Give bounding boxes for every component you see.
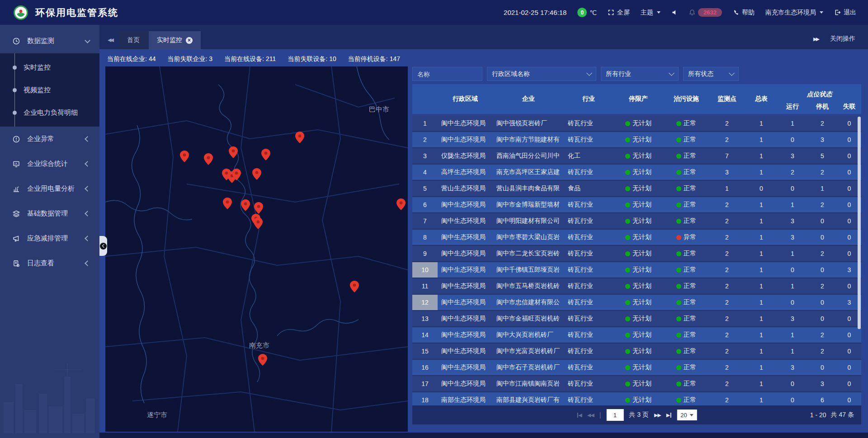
sidebar-item-emergency-reduction-management[interactable]: 应急减排管理 — [0, 226, 99, 251]
sidebar-item-enterprise-comprehensive-stats[interactable]: 企业综合统计 — [0, 151, 99, 176]
region-filter-select[interactable]: 行政区域名称 — [487, 67, 596, 81]
header-stop[interactable]: 停机 — [807, 99, 837, 114]
header-stop-limit[interactable]: 停限产 — [613, 84, 664, 114]
app-logo-icon — [14, 5, 28, 20]
sidebar-item-data-monitoring[interactable]: 数据监测 — [0, 28, 99, 53]
cell-industry: 砖瓦行业 — [564, 360, 613, 375]
table-row[interactable]: 5营山生态环境局营山县润丰肉食品有限食品无计划正常10010 — [412, 181, 861, 197]
notification-button[interactable]: 2632 — [689, 8, 722, 17]
map-pin-icon[interactable] — [252, 168, 261, 180]
map-pin-icon[interactable] — [254, 217, 263, 229]
tab-home[interactable]: 首页 — [119, 31, 148, 49]
map-pin-icon[interactable] — [180, 151, 189, 162]
map-pin-icon[interactable] — [229, 146, 238, 158]
table-row[interactable]: 15阆中生态环境局阆中市光富页岩机砖厂砖瓦行业无计划正常21120 — [412, 344, 861, 360]
map-panel[interactable]: 巴中市南充市遂宁市 — [105, 66, 408, 432]
table-row[interactable]: 2阆中生态环境局阆中市南方节能建材有砖瓦行业无计划正常21030 — [412, 132, 861, 148]
table-row[interactable]: 8阆中生态环境局阆中市枣碧大梁山页岩砖瓦行业无计划异常21300 — [412, 230, 861, 246]
speaker-button[interactable] — [671, 9, 678, 16]
table-row[interactable]: 10阆中生态环境局阆中千佛镇五郎垭页岩砖瓦行业无计划正常21003 — [412, 262, 861, 278]
table-row[interactable]: 11阆中生态环境局阆中市五马桥页岩机砖砖瓦行业无计划正常21120 — [412, 278, 861, 295]
table-row[interactable]: 4高坪生态环境局南充市高坪区王家店建砖瓦行业无计划正常31220 — [412, 165, 861, 181]
cell-row-number: 15 — [412, 344, 438, 359]
map-pin-icon[interactable] — [241, 199, 250, 211]
map-pin-icon[interactable] — [295, 132, 304, 143]
cell-monitor-points: 2 — [709, 262, 745, 278]
sidebar-item-log-view[interactable]: 日志查看 — [0, 251, 99, 276]
cell-row-number: 4 — [412, 165, 438, 180]
sidebar-item-enterprise-abnormal[interactable]: 企业异常 — [0, 127, 99, 151]
help-button[interactable]: 帮助 — [733, 9, 755, 17]
sidebar-subitem-video-monitoring[interactable]: 视频监控 — [0, 79, 99, 101]
status-filter-select[interactable]: 所有状态 — [683, 67, 739, 81]
table-row[interactable]: 6阆中生态环境局阆中市金博瑞新型墙材砖瓦行业无计划正常21120 — [412, 197, 861, 213]
cell-stop-limit: 无计划 — [613, 311, 664, 326]
sidebar-item-basic-data-management[interactable]: 基础数据管理 — [0, 201, 99, 226]
header-total-meter[interactable]: 总表 — [745, 84, 778, 114]
cell-enterprise: 南充市高坪区王家店建 — [493, 165, 564, 180]
status-dot-icon — [676, 365, 681, 370]
main-content: 当前在线企业:44当前失联企业:3当前在线设备:211当前失联设备:10当前停机… — [99, 50, 868, 433]
table-row[interactable]: 1阆中生态环境局阆中强锐页岩砖厂砖瓦行业无计划正常21120 — [412, 116, 861, 132]
table-row[interactable]: 17阆中生态环境局阆中市江南镇阆南页岩砖瓦行业无计划正常21030 — [412, 376, 861, 392]
cell-stop: 2 — [807, 197, 837, 212]
prev-page-button[interactable]: ◀◀ — [587, 412, 594, 418]
tabs-scroll-right-icon[interactable]: ▶▶ — [813, 36, 818, 42]
close-operations-button[interactable]: 关闭操作 — [830, 35, 855, 43]
tab-realtime-monitoring[interactable]: 实时监控 × — [149, 31, 201, 49]
cell-stop: 2 — [807, 165, 837, 180]
sidebar-item-label: 应急减排管理 — [27, 234, 68, 243]
status-dot-icon — [625, 137, 630, 142]
org-dropdown[interactable]: 南充市生态环境局 — [765, 9, 823, 17]
map-pin-icon[interactable] — [350, 281, 359, 292]
logout-button[interactable]: 退出 — [834, 9, 856, 17]
map-pin-icon[interactable] — [254, 202, 263, 214]
close-tab-icon[interactable]: × — [186, 37, 193, 44]
tabs-scroll-left-icon[interactable]: ◀◀ — [108, 37, 113, 43]
cell-total-meter: 1 — [745, 230, 778, 245]
map-pin-icon[interactable] — [204, 153, 213, 165]
header-offline[interactable]: 失联 — [837, 99, 861, 114]
map-pin-icon[interactable] — [258, 354, 267, 366]
last-page-button[interactable]: ▶ — [666, 412, 671, 418]
cell-monitor-points: 2 — [709, 376, 745, 391]
sidebar-item-enterprise-power-analysis[interactable]: 企业用电量分析 — [0, 176, 99, 201]
page-size-value: 20 — [680, 412, 687, 419]
theme-dropdown[interactable]: 主题 — [641, 9, 660, 17]
name-filter-input[interactable] — [412, 67, 482, 81]
map-pin-icon[interactable] — [232, 169, 241, 180]
sidebar-collapse-handle[interactable] — [99, 236, 107, 256]
table-row[interactable]: 18南部生态环境局南部县建兴页岩砖厂有砖瓦行业无计划正常21060 — [412, 392, 861, 405]
cell-treatment: 正常 — [664, 360, 709, 375]
table-row[interactable]: 13阆中生态环境局阆中市金福旺页岩机砖砖瓦行业无计划正常21300 — [412, 311, 861, 327]
header-treatment[interactable]: 治污设施 — [664, 84, 709, 114]
map-pin-icon[interactable] — [223, 198, 232, 209]
status-dot-icon — [676, 381, 681, 386]
header-industry[interactable]: 行业 — [564, 84, 613, 114]
header-run[interactable]: 运行 — [778, 99, 807, 114]
industry-filter-select[interactable]: 所有行业 — [601, 67, 679, 81]
table-row[interactable]: 3仪陇生态环境局西南油气田分公司川中化工无计划正常71350 — [412, 148, 861, 165]
header-monitor-points[interactable]: 监测点 — [709, 84, 745, 114]
cell-region: 阆中生态环境局 — [438, 132, 493, 147]
cell-run: 2 — [778, 165, 807, 180]
header-enterprise[interactable]: 企业 — [493, 84, 564, 114]
first-page-button[interactable]: ◀ — [576, 412, 581, 418]
table-row[interactable]: 16阆中生态环境局阆中市石子页岩机砖厂砖瓦行业无计划正常21300 — [412, 360, 861, 376]
map-pin-icon[interactable] — [396, 198, 406, 210]
fullscreen-button[interactable]: 全屏 — [608, 9, 630, 17]
header-region[interactable]: 行政区域 — [438, 84, 493, 114]
table-row[interactable]: 12阆中生态环境局阆中市忠信建材有限公砖瓦行业无计划正常21003 — [412, 295, 861, 311]
table-scrollbar-thumb[interactable] — [858, 117, 861, 329]
page-size-select[interactable]: 20 — [677, 410, 697, 420]
status-value: 211 — [266, 55, 276, 62]
sidebar-subitem-realtime-monitoring[interactable]: 实时监控 — [0, 56, 99, 79]
table-row[interactable]: 14阆中生态环境局阆中大兴页岩机砖厂砖瓦行业无计划正常21120 — [412, 327, 861, 344]
sidebar-subitem-enterprise-power-load-detail[interactable]: 企业电力负荷明细 — [0, 101, 99, 124]
map-pin-icon[interactable] — [261, 149, 270, 160]
status-dot-icon — [625, 121, 630, 126]
table-row[interactable]: 7阆中生态环境局阆中明阳建材有限公司砖瓦行业无计划正常21300 — [412, 213, 861, 230]
next-page-button[interactable]: ▶▶ — [654, 412, 661, 418]
table-row[interactable]: 9阆中生态环境局阆中市二龙长宝页岩砖砖瓦行业无计划正常21120 — [412, 246, 861, 262]
page-number-input[interactable] — [606, 409, 623, 421]
